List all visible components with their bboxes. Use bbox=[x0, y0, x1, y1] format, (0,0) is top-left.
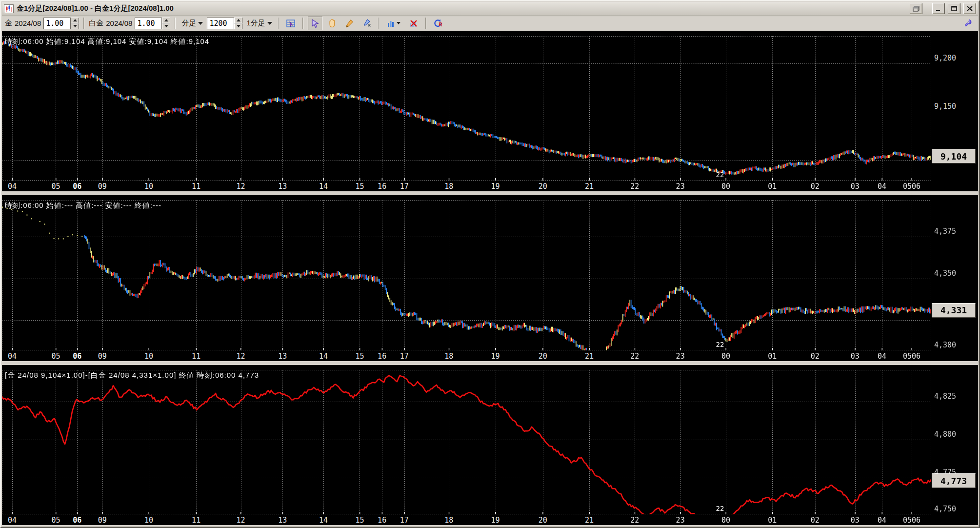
x-axis-label: 17 bbox=[400, 352, 409, 361]
y-axis-label: 4,350 bbox=[934, 269, 956, 278]
y-axis-label: 4,750 bbox=[934, 505, 956, 513]
x-axis-label: 04 bbox=[878, 182, 886, 191]
pan-hand-tool-button[interactable] bbox=[325, 17, 340, 30]
cascade-windows-button[interactable] bbox=[910, 3, 922, 14]
x-axis-label: 21 bbox=[585, 516, 594, 525]
last-price-box: 4,331 bbox=[932, 303, 976, 318]
x-axis-label: 15 bbox=[355, 516, 364, 525]
x-axis-label: 19 bbox=[491, 182, 500, 191]
x-axis-label: 03 bbox=[851, 516, 860, 525]
x-axis-label: 10 bbox=[144, 516, 153, 525]
x-axis-label: 20 bbox=[539, 182, 547, 191]
draw-pencil-tool-button[interactable] bbox=[342, 17, 357, 30]
instrument2-ratio-down-button[interactable] bbox=[162, 23, 170, 29]
bar-count-spinner bbox=[207, 18, 242, 29]
bar-count-up-button[interactable] bbox=[234, 18, 242, 23]
select-cursor-tool-button[interactable] bbox=[308, 17, 322, 30]
x-axis-label: 04 bbox=[8, 352, 17, 361]
y-axis-gutter: 4,3754,3504,3004,331 bbox=[931, 195, 978, 361]
x-axis-label: 23 bbox=[676, 352, 685, 361]
chart-canvas-spread-gold-minus-platinum[interactable] bbox=[2, 370, 931, 514]
x-axis-label: 22 bbox=[630, 182, 639, 191]
x-axis: 0405060910111213141516171819202122230001… bbox=[2, 514, 931, 525]
toolbar-separator bbox=[83, 18, 84, 29]
x-axis-label: 01 bbox=[768, 516, 777, 525]
y-axis-label: 4,800 bbox=[934, 430, 956, 439]
clear-chart-tool-button[interactable] bbox=[406, 17, 421, 30]
bar-count-down-button[interactable] bbox=[234, 23, 242, 29]
x-axis-label: 20 bbox=[539, 516, 547, 525]
toolbar-separator bbox=[278, 18, 279, 29]
minimize-button[interactable] bbox=[932, 3, 945, 14]
x-axis-label: 02 bbox=[811, 352, 820, 361]
plot-area-gold-1min: 時刻:06:00 始値:9,104 高値:9,104 安値:9,104 終値:9… bbox=[2, 36, 931, 181]
x-axis-label: 06 bbox=[73, 516, 81, 525]
instrument1-ratio-up-button[interactable] bbox=[71, 18, 79, 23]
chart-type-dropdown-button[interactable] bbox=[383, 17, 404, 30]
chevron-down-icon bbox=[267, 22, 272, 25]
title-bar: 金1分足[2024/08]1.00 - 白金1分足[2024/08]1.00 bbox=[2, 2, 978, 16]
settings-wrench-button[interactable] bbox=[960, 17, 975, 30]
x-axis-label: 15 bbox=[355, 182, 364, 191]
chevron-down-icon bbox=[397, 22, 400, 24]
interval-dropdown[interactable]: 1分足 bbox=[245, 18, 273, 29]
y-axis-label: 4,375 bbox=[934, 227, 956, 236]
chart-pointer-tool-button[interactable] bbox=[283, 17, 298, 30]
instrument2-contract: 2024/08 bbox=[106, 19, 132, 27]
instrument1-contract: 2024/08 bbox=[15, 19, 41, 27]
chart-pointer-icon bbox=[286, 19, 296, 28]
toolbar-separator bbox=[175, 18, 176, 29]
x-axis-label: 04 bbox=[8, 516, 17, 525]
x-axis-label: 03 bbox=[851, 182, 860, 191]
x-axis-label: 18 bbox=[444, 352, 453, 361]
hand-icon bbox=[327, 19, 337, 28]
y-axis-gutter: 9,2009,1509,104 bbox=[931, 31, 978, 191]
bar-count-input[interactable] bbox=[207, 18, 234, 29]
x-axis-label: 02 bbox=[811, 516, 820, 525]
x-axis-label: 09 bbox=[98, 182, 107, 191]
x-axis-label: 13 bbox=[278, 516, 287, 525]
instrument1-label: 金 bbox=[5, 19, 12, 28]
x-axis-label: 10 bbox=[144, 352, 153, 361]
x-axis-label: 05 bbox=[51, 352, 60, 361]
x-axis-label: 11 bbox=[192, 516, 200, 525]
bar-mode-dropdown[interactable]: 分足 bbox=[180, 18, 204, 29]
wrench-icon bbox=[963, 19, 973, 28]
chart-canvas-platinum-1min[interactable] bbox=[2, 200, 931, 350]
x-axis-label: 12 bbox=[237, 182, 245, 191]
x-axis-label: 13 bbox=[278, 182, 287, 191]
chart-delete-icon bbox=[409, 19, 419, 28]
x-axis-label: 22 bbox=[630, 516, 639, 525]
x-axis-label: 22 bbox=[630, 352, 639, 361]
x-axis-label: 10 bbox=[144, 182, 153, 191]
maximize-button[interactable] bbox=[948, 3, 960, 14]
x-axis-label: 04 bbox=[878, 516, 886, 525]
chart-info-platinum-1min: 時刻:06:00 始値:--- 高値:--- 安値:--- 終値:--- bbox=[5, 201, 161, 210]
x-axis-label: 12 bbox=[237, 352, 245, 361]
x-axis-label: 13 bbox=[278, 352, 287, 361]
chart-canvas-gold-1min[interactable] bbox=[2, 36, 931, 181]
charts-area: 時刻:06:00 始値:9,104 高値:9,104 安値:9,104 終値:9… bbox=[2, 31, 978, 525]
x-axis-label: 06 bbox=[73, 352, 81, 361]
x-axis-label: 14 bbox=[319, 352, 328, 361]
x-axis-label: 20 bbox=[539, 352, 547, 361]
close-button[interactable] bbox=[963, 3, 976, 14]
instrument2-ratio-up-button[interactable] bbox=[162, 18, 170, 23]
x-axis-label: 12 bbox=[237, 516, 245, 525]
x-axis-label: 06 bbox=[73, 182, 81, 191]
x-axis-label: 19 bbox=[491, 352, 500, 361]
instrument1-ratio-spinner bbox=[43, 18, 79, 29]
x-axis-label: 0506 bbox=[903, 182, 920, 191]
reload-chart-button[interactable]: R bbox=[431, 17, 445, 30]
toolbar-separator bbox=[378, 18, 379, 29]
y-axis-label: 9,150 bbox=[934, 102, 956, 111]
x-axis-label: 18 bbox=[444, 182, 453, 191]
last-price-box: 9,104 bbox=[932, 149, 976, 163]
y-axis-label: 4,300 bbox=[934, 341, 956, 349]
annotate-pen-tool-button[interactable] bbox=[359, 17, 374, 30]
instrument2-ratio-input[interactable] bbox=[135, 18, 162, 29]
instrument1-ratio-down-button[interactable] bbox=[71, 23, 79, 29]
x-axis-label: 14 bbox=[319, 182, 328, 191]
instrument1-ratio-input[interactable] bbox=[43, 18, 71, 29]
x-axis-label: 00 bbox=[721, 182, 730, 191]
